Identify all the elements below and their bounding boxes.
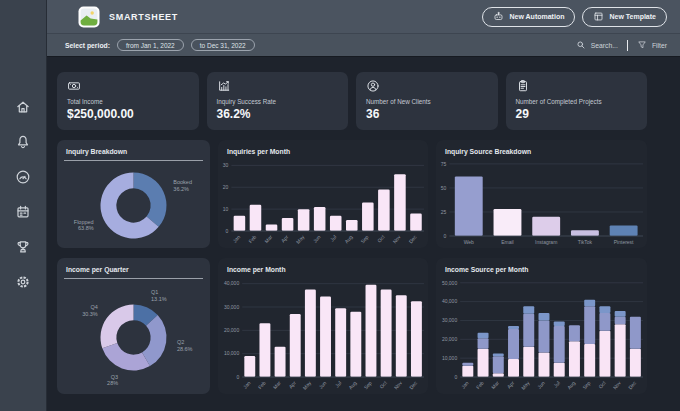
app-logo [78, 6, 100, 28]
inquiry-breakdown-card: Inquiry Breakdown Booked36.2%Flopped63.8… [57, 140, 210, 248]
inquiries-per-month-card: Inquiries per Month 0102030JanFebMarAprM… [218, 140, 428, 248]
svg-text:Nov: Nov [393, 379, 404, 390]
kpi-value: $250,000.00 [67, 107, 189, 121]
sidebar-item-settings[interactable] [15, 274, 31, 290]
person-icon [366, 79, 380, 93]
svg-text:50: 50 [441, 185, 447, 191]
svg-text:25: 25 [441, 209, 447, 215]
svg-text:Apr: Apr [280, 234, 290, 244]
svg-text:Email: Email [501, 239, 514, 245]
period-selector: Select period: from Jan 1, 2022 to Dec 3… [65, 39, 255, 51]
svg-text:0: 0 [226, 228, 229, 234]
svg-text:Feb: Feb [475, 380, 485, 391]
toolbar-divider [627, 40, 628, 51]
svg-text:Q328%: Q328% [107, 374, 118, 387]
sidebar-item-dashboard[interactable] [15, 169, 31, 185]
svg-text:Feb: Feb [247, 234, 257, 245]
svg-text:40,000: 40,000 [442, 298, 458, 304]
kpi-value: 36 [366, 107, 488, 121]
svg-text:75: 75 [441, 161, 447, 167]
chart-growth-icon [217, 79, 231, 93]
svg-text:Dec: Dec [407, 233, 418, 244]
svg-text:Dec: Dec [408, 379, 419, 390]
dashboard-content: Total Income $250,000.00 Inquiry Success… [47, 57, 680, 411]
svg-text:Apr: Apr [287, 380, 297, 390]
svg-text:10,000: 10,000 [224, 350, 240, 356]
toolbar: Select period: from Jan 1, 2022 to Dec 3… [47, 34, 680, 57]
gear-icon [15, 274, 31, 290]
kpi-label: Number of Completed Projects [516, 98, 638, 105]
kpi-label: Number of New Clients [366, 98, 488, 105]
new-template-button[interactable]: New Template [582, 7, 667, 27]
svg-text:Mar: Mar [272, 380, 282, 391]
money-icon [67, 79, 81, 93]
svg-text:Apr: Apr [506, 380, 516, 390]
period-to-pill[interactable]: to Dec 31, 2022 [191, 39, 255, 51]
brand: SMARTSHEET [78, 6, 178, 28]
income-per-month-bar-chart: 010,00020,00030,00040,000JanFebMarAprMay… [218, 273, 428, 394]
svg-text:0: 0 [454, 374, 457, 380]
kpi-completed-projects: Number of Completed Projects 29 [506, 72, 648, 130]
filter-button[interactable]: Filter [652, 42, 667, 49]
new-automation-button[interactable]: New Automation [482, 7, 575, 27]
svg-text:Oct: Oct [597, 379, 607, 389]
svg-text:Sep: Sep [581, 380, 591, 391]
chart-title: Income per Quarter [57, 258, 210, 273]
dashboard-app: SMARTSHEET New Automation New Template S… [0, 0, 680, 411]
search-input[interactable]: Search... [591, 42, 618, 49]
sidebar [0, 0, 47, 411]
svg-text:Dec: Dec [627, 379, 638, 390]
kpi-row: Total Income $250,000.00 Inquiry Success… [57, 72, 647, 130]
income-per-quarter-card: Income per Quarter Q113.1%Q228.6%Q328%Q4… [57, 258, 210, 394]
svg-text:Q228.6%: Q228.6% [177, 339, 193, 352]
select-period-label: Select period: [65, 42, 110, 49]
svg-text:50,000: 50,000 [442, 280, 458, 286]
chart-title: Inquiry Breakdown [57, 140, 210, 155]
template-icon [593, 11, 604, 23]
income-per-quarter-donut-chart: Q113.1%Q228.6%Q328%Q430.3% [57, 279, 210, 394]
svg-text:TikTok: TikTok [578, 239, 593, 245]
svg-text:30,000: 30,000 [224, 304, 240, 310]
trophy-icon [15, 239, 31, 255]
chart-title: Inquiry Source Breakdown [436, 140, 647, 155]
svg-text:Jun: Jun [318, 380, 328, 390]
period-from-pill[interactable]: from Jan 1, 2022 [117, 39, 184, 51]
svg-text:Oct: Oct [378, 379, 388, 389]
svg-text:20,000: 20,000 [224, 327, 240, 333]
sidebar-item-calendar[interactable] [15, 204, 31, 220]
svg-text:40,000: 40,000 [224, 280, 240, 286]
new-template-label: New Template [609, 13, 656, 20]
svg-text:Flopped63.8%: Flopped63.8% [74, 219, 94, 232]
search-icon [576, 40, 591, 51]
kpi-value: 36.2% [217, 107, 339, 121]
svg-text:10: 10 [223, 206, 229, 212]
svg-text:Feb: Feb [257, 380, 267, 391]
svg-text:Aug: Aug [343, 234, 353, 245]
sidebar-item-notifications[interactable] [15, 134, 31, 150]
bell-icon [15, 134, 31, 150]
inquiry-breakdown-donut-chart: Booked36.2%Flopped63.8% [57, 161, 210, 248]
clipboard-icon [516, 79, 530, 93]
svg-text:Jul: Jul [552, 380, 561, 389]
svg-text:May: May [520, 379, 531, 390]
svg-text:Jan: Jan [460, 380, 470, 390]
svg-text:Booked36.2%: Booked36.2% [173, 179, 192, 192]
svg-text:May: May [301, 379, 312, 390]
svg-text:Jan: Jan [242, 380, 252, 390]
sidebar-item-home[interactable] [15, 99, 31, 115]
sidebar-item-achievements[interactable] [15, 239, 31, 255]
income-source-per-month-card: Income Source per Month 010,00020,00030,… [436, 258, 647, 394]
inquiries-per-month-bar-chart: 0102030JanFebMarAprMayJunJulAugSepOctNov… [218, 155, 428, 248]
svg-text:Sep: Sep [362, 380, 372, 391]
svg-text:Web: Web [464, 239, 474, 245]
svg-text:30: 30 [223, 162, 229, 168]
svg-text:Jun: Jun [536, 380, 546, 390]
svg-text:Jul: Jul [329, 234, 338, 243]
svg-text:Jun: Jun [312, 234, 322, 244]
svg-text:10,000: 10,000 [442, 355, 458, 361]
svg-text:0: 0 [444, 233, 447, 239]
charts-row-1: Inquiry Breakdown Booked36.2%Flopped63.8… [57, 140, 647, 248]
kpi-value: 29 [516, 107, 638, 121]
chart-title: Income per Month [218, 258, 428, 273]
svg-text:Aug: Aug [566, 380, 576, 391]
